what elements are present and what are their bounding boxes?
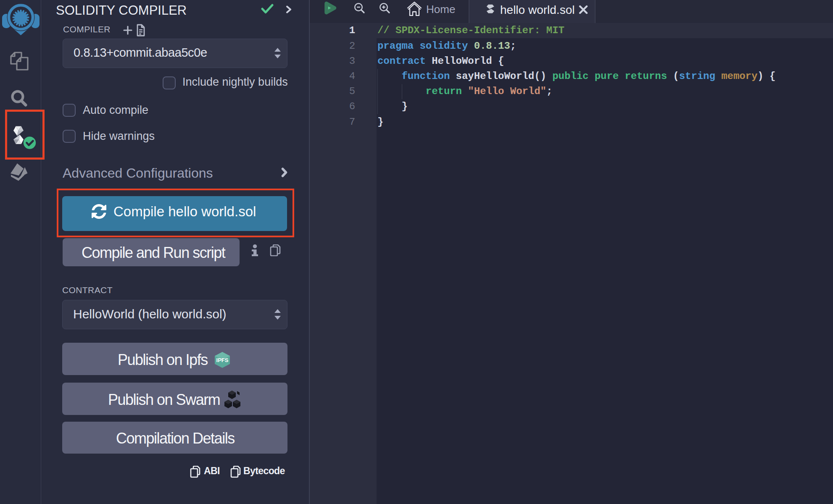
svg-text:IPFS: IPFS — [216, 357, 229, 363]
